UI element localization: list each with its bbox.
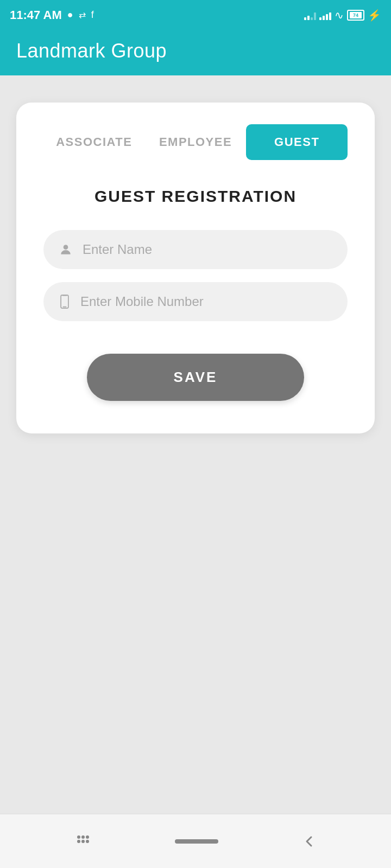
save-button[interactable]: SAVE <box>87 354 304 401</box>
name-input[interactable] <box>83 242 332 257</box>
phone-icon <box>59 295 71 309</box>
form-title: GUEST REGISTRATION <box>43 187 348 206</box>
svg-rect-1 <box>61 295 68 308</box>
facebook-icon: f <box>91 9 94 21</box>
tab-associate[interactable]: ASSOCIATE <box>43 124 145 160</box>
status-time: 11:47 AM <box>10 8 62 22</box>
svg-point-0 <box>64 245 68 250</box>
svg-point-7 <box>77 840 80 843</box>
save-btn-wrapper: SAVE <box>43 354 348 401</box>
name-input-group <box>43 230 348 269</box>
app-bar-title: Landmark Group <box>16 40 375 62</box>
status-left: 11:47 AM ● ⇄ f <box>10 8 94 22</box>
tab-employee[interactable]: EMPLOYEE <box>145 124 247 160</box>
registration-card: ASSOCIATE EMPLOYEE GUEST GUEST REGISTRAT… <box>16 103 375 433</box>
svg-point-5 <box>81 835 85 839</box>
app-bar: Landmark Group <box>0 30 391 75</box>
battery-level: 74 <box>350 12 362 18</box>
svg-point-6 <box>86 835 89 839</box>
tab-guest[interactable]: GUEST <box>246 124 348 160</box>
main-content: ASSOCIATE EMPLOYEE GUEST GUEST REGISTRAT… <box>0 75 391 814</box>
charging-icon: ⚡ <box>368 9 381 22</box>
signal-icon: ● <box>67 9 73 21</box>
svg-rect-3 <box>62 295 67 296</box>
sync-icon: ⇄ <box>79 10 86 20</box>
tab-bar: ASSOCIATE EMPLOYEE GUEST <box>43 124 348 160</box>
status-right-icons: ∿ 74 ⚡ <box>304 9 381 22</box>
battery-icon: 74 <box>347 10 364 21</box>
person-icon <box>59 242 73 257</box>
svg-point-8 <box>81 840 85 843</box>
home-pill[interactable] <box>175 839 218 844</box>
grid-icon[interactable] <box>74 833 92 850</box>
cellular-signal-icon <box>304 10 316 20</box>
back-icon[interactable] <box>301 834 317 849</box>
mobile-input-group <box>43 282 348 321</box>
svg-point-9 <box>86 840 89 843</box>
svg-rect-2 <box>63 307 67 308</box>
cellular-signal-2-icon <box>319 10 331 20</box>
status-bar: 11:47 AM ● ⇄ f ∿ 74 ⚡ <box>0 0 391 30</box>
wifi-icon: ∿ <box>335 9 344 22</box>
mobile-input[interactable] <box>80 294 332 309</box>
bottom-nav <box>0 814 391 868</box>
svg-point-4 <box>77 835 80 839</box>
